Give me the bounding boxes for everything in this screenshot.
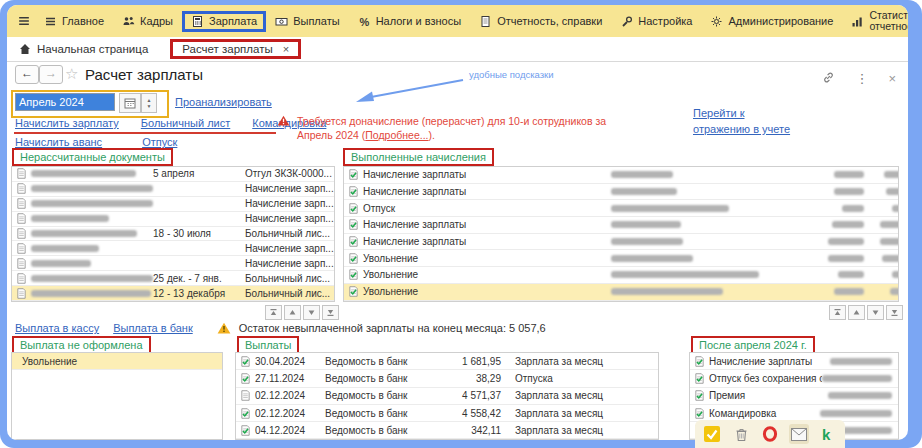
row-doc-type: Начисление зарп... bbox=[245, 213, 334, 224]
row-note: Зарплата за месяц bbox=[501, 425, 658, 436]
scroll-first-button[interactable] bbox=[265, 305, 282, 320]
row-date: 25 дек. - 7 янв. bbox=[153, 273, 245, 284]
menu-item-settings[interactable]: Настройка bbox=[611, 13, 701, 30]
tab-salary-calc[interactable]: Расчет зарплаты × bbox=[170, 39, 301, 59]
sick-leave-link[interactable]: Больничный лист bbox=[141, 117, 230, 129]
pay-cash-link[interactable]: Выплата в кассу bbox=[15, 322, 99, 334]
after-table-row[interactable]: Начисление зарплаты bbox=[690, 353, 898, 370]
menu-item-taxes[interactable]: %Налоги и взносы bbox=[349, 13, 471, 30]
pay-bank-link[interactable]: Выплата в банк bbox=[113, 322, 193, 334]
done-table-row[interactable]: Отпуск bbox=[344, 200, 898, 217]
back-button[interactable]: ← bbox=[15, 65, 39, 84]
redacted-text bbox=[884, 171, 899, 178]
tab-close-icon[interactable]: × bbox=[283, 43, 289, 55]
uncalc-table-row[interactable]: Начисление зарп... bbox=[12, 197, 334, 212]
uncalc-table-row[interactable]: Начисление зарп... bbox=[12, 182, 334, 197]
uncalc-table-row[interactable]: 12 - 13 декабряБольничный лис... bbox=[12, 286, 334, 301]
menu-item-staff[interactable]: Кадры bbox=[113, 13, 182, 30]
scroll-first-button[interactable] bbox=[829, 305, 846, 320]
done-table-row[interactable]: Увольнение bbox=[344, 284, 898, 301]
payout-table-row[interactable]: 04.12.2024Ведомость в банк342,11Зарплата… bbox=[236, 422, 658, 439]
scroll-last-button[interactable] bbox=[886, 305, 903, 320]
accrue-salary-link[interactable]: Начислить зарплату bbox=[15, 117, 119, 129]
after-table-row[interactable]: Отпуск без сохранения оплаты bbox=[690, 370, 898, 387]
payout-table-row[interactable]: 02.12.2024Ведомость в банк4 571,37Зарпла… bbox=[236, 388, 658, 405]
payout-table-row[interactable]: 27.11.2024Ведомость в банк38,29Отпуска bbox=[236, 370, 658, 387]
svg-text:%: % bbox=[359, 15, 369, 27]
goto-accounting-link[interactable]: Перейти к отражению в учете bbox=[693, 106, 790, 138]
row-doc-type: Начисление зарп... bbox=[245, 243, 334, 254]
payout-table-row[interactable]: 30.04.2024Ведомость в банк1 681,95Зарпла… bbox=[236, 353, 658, 370]
payout-table-row[interactable]: 11.12.2024Ведомость в кассу541,40Зарплат… bbox=[236, 439, 658, 440]
tab-bar: Начальная страница Расчет зарплаты × bbox=[7, 37, 908, 62]
after-table-row[interactable]: Премия bbox=[690, 388, 898, 405]
done-table-row[interactable]: Увольнение bbox=[344, 250, 898, 267]
row-note: Зарплата за месяц bbox=[501, 408, 658, 419]
accrue-advance-link[interactable]: Начислить аванс bbox=[15, 136, 102, 148]
row-amount: 1 681,95 bbox=[435, 356, 501, 367]
row-doc-type: Больничный лис... bbox=[245, 273, 334, 284]
uncalc-table-row[interactable]: Начисление зарп... bbox=[12, 256, 334, 271]
payout-table-row[interactable]: 02.12.2024Ведомость в банк4 558,42Зарпла… bbox=[236, 405, 658, 422]
favorite-star-icon[interactable]: ☆ bbox=[65, 65, 78, 83]
close-form-button[interactable]: × bbox=[888, 73, 896, 85]
redacted-text bbox=[611, 188, 677, 195]
document-icon bbox=[16, 168, 31, 179]
payout-links-row: Выплата в кассу Выплата в банк Остаток н… bbox=[15, 322, 546, 334]
scroll-last-button[interactable] bbox=[322, 305, 339, 320]
row-doc: Ведомость в банк bbox=[325, 408, 435, 419]
redacted-text bbox=[31, 290, 151, 297]
uncalc-table-row[interactable]: Начисление зарп... bbox=[12, 241, 334, 256]
menu-item-statistics[interactable]: Статистическая отчетность bbox=[842, 8, 908, 34]
period-stepper[interactable]: ▲▼ bbox=[141, 93, 157, 113]
menu-item-payments[interactable]: Выплаты bbox=[266, 13, 348, 30]
done-table-row[interactable]: Начисление зарплаты bbox=[344, 234, 898, 251]
posted-document-icon bbox=[694, 390, 709, 401]
goto-line1: Перейти к bbox=[693, 107, 744, 119]
unformed-table-row[interactable]: Увольнение bbox=[12, 353, 222, 370]
taskbar-kaspersky-icon[interactable]: k bbox=[818, 424, 838, 444]
scroll-down-button[interactable] bbox=[303, 305, 320, 320]
warning-suffix: ). bbox=[429, 129, 435, 141]
redacted-text bbox=[834, 288, 864, 295]
menu-item-reports[interactable]: Отчетность, справки bbox=[470, 13, 611, 30]
done-table-row[interactable]: Начисление зарплаты bbox=[344, 217, 898, 234]
row-accrual-type: Увольнение bbox=[363, 269, 611, 280]
hamburger-menu-button[interactable] bbox=[17, 11, 31, 31]
redacted-text bbox=[31, 170, 136, 177]
table-scroll-buttons-right bbox=[829, 305, 903, 320]
taskbar-mail-icon[interactable] bbox=[789, 424, 809, 444]
posted-document-icon bbox=[348, 236, 363, 247]
warning-red-icon bbox=[277, 115, 290, 126]
done-table-row[interactable]: Начисление зарплаты bbox=[344, 167, 898, 184]
taskbar-onec-check-icon[interactable] bbox=[702, 424, 722, 444]
menu-item-administration[interactable]: Администрирование bbox=[701, 13, 842, 30]
forward-button[interactable]: → bbox=[39, 65, 63, 84]
taskbar-opera-icon[interactable] bbox=[760, 424, 780, 444]
svg-text:k: k bbox=[822, 427, 831, 442]
home-page-link[interactable]: Начальная страница bbox=[19, 43, 148, 55]
more-menu-button[interactable]: ⋮ bbox=[855, 73, 868, 85]
redacted-text bbox=[820, 410, 892, 417]
menu-item-salary[interactable]: Зарплата bbox=[182, 11, 266, 32]
period-input[interactable] bbox=[15, 93, 115, 111]
vacation-link[interactable]: Отпуск bbox=[142, 136, 177, 148]
taskbar-recycle-bin-icon[interactable] bbox=[731, 424, 751, 444]
uncalc-table-row[interactable]: 18 - 30 июляБольничный лис... bbox=[12, 227, 334, 242]
uncalc-table-row[interactable]: Начисление зарп... bbox=[12, 212, 334, 227]
details-link[interactable]: Подробнее... bbox=[365, 129, 428, 141]
scroll-down-button[interactable] bbox=[867, 305, 884, 320]
table-scroll-buttons-left bbox=[265, 305, 339, 320]
redacted-text bbox=[611, 205, 729, 212]
analyze-link[interactable]: Проанализировать bbox=[175, 96, 272, 108]
staff-icon bbox=[122, 15, 135, 28]
menu-item-main-menu[interactable]: Главное bbox=[35, 13, 113, 30]
done-table-row[interactable]: Увольнение bbox=[344, 267, 898, 284]
calendar-button[interactable] bbox=[119, 93, 141, 113]
scroll-up-button[interactable] bbox=[284, 305, 301, 320]
done-table-row[interactable]: Начисление зарплаты bbox=[344, 184, 898, 201]
uncalc-table-row[interactable]: 5 апреляОтгул ЗКЗК-0000... bbox=[12, 167, 334, 182]
scroll-up-button[interactable] bbox=[848, 305, 865, 320]
get-link-button[interactable] bbox=[822, 71, 835, 86]
uncalc-table-row[interactable]: 25 дек. - 7 янв.Больничный лис... bbox=[12, 271, 334, 286]
